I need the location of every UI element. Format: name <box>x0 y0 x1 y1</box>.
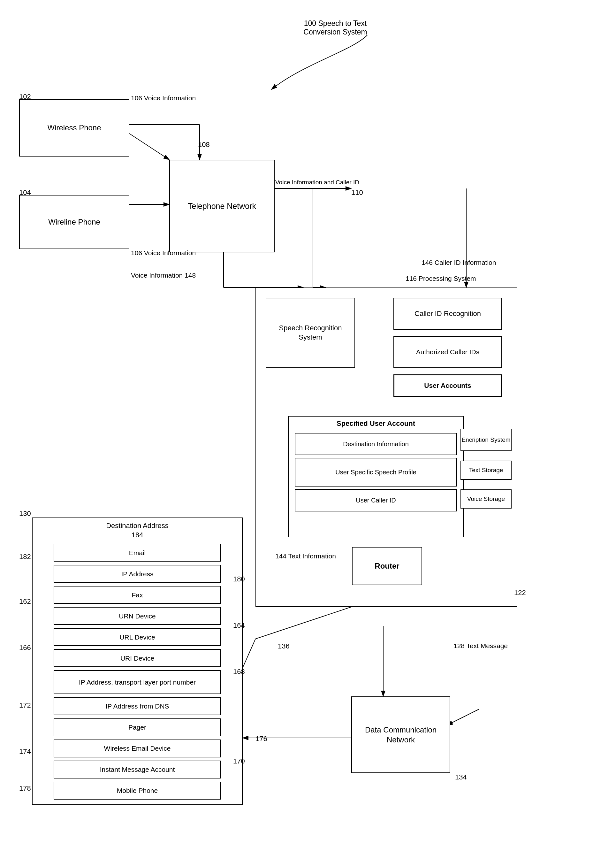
specified-user-account-label: Specified User Account <box>337 419 415 429</box>
specified-user-account-box: Specified User Account Destination Infor… <box>288 416 464 537</box>
email-label: Email <box>129 549 146 557</box>
encription-system-box: Encription System <box>460 429 512 451</box>
text-storage-label: Text Storage <box>469 466 503 474</box>
caller-id-recognition-box: Caller ID Recognition <box>394 298 502 330</box>
wireline-phone-box: Wireline Phone <box>19 195 129 249</box>
svg-line-18 <box>255 607 351 639</box>
wireless-email-box: Wireless Email Device <box>54 740 221 758</box>
speech-recognition-label: Speech Recognition System <box>266 323 355 342</box>
label-170: 170 <box>233 757 245 765</box>
uri-device-box: URI Device <box>54 649 221 667</box>
label-108: 108 <box>198 141 210 149</box>
voice-storage-box: Voice Storage <box>460 489 512 508</box>
instant-message-box: Instant Message Account <box>54 761 221 779</box>
telephone-network-box: Telephone Network <box>169 160 275 253</box>
authorized-caller-ids-box: Authorized Caller IDs <box>394 336 502 368</box>
text-storage-box: Text Storage <box>460 461 512 480</box>
label-116: 116 Processing System <box>406 275 476 283</box>
wireless-email-label: Wireless Email Device <box>104 744 171 753</box>
user-speech-label: User Specific Speech Profile <box>335 468 416 476</box>
pager-label: Pager <box>128 723 146 732</box>
authorized-caller-ids-label: Authorized Caller IDs <box>416 347 479 356</box>
speech-recognition-box: Speech Recognition System <box>266 298 355 368</box>
label-146: 146 Caller ID Information <box>422 259 496 266</box>
email-box: Email <box>54 544 221 562</box>
user-caller-id-label: User Caller ID <box>356 496 396 504</box>
label-162: 162 <box>19 597 31 606</box>
pager-box: Pager <box>54 719 221 736</box>
user-accounts-label: User Accounts <box>424 381 471 390</box>
urn-device-box: URN Device <box>54 607 221 625</box>
label-172: 172 <box>19 701 31 710</box>
mobile-phone-label: Mobile Phone <box>117 786 158 795</box>
ip-transport-label: IP Address, transport layer port number <box>79 678 196 687</box>
label-136: 136 <box>278 642 290 650</box>
data-comm-network-box: Data Communication Network <box>351 696 450 773</box>
label-174: 174 <box>19 747 31 756</box>
uri-device-label: URI Device <box>120 654 154 663</box>
label-178: 178 <box>19 784 31 792</box>
fax-box: Fax <box>54 586 221 604</box>
ip-dns-label: IP Address from DNS <box>105 702 169 710</box>
label-106b: 106 Voice Information <box>131 249 196 257</box>
user-specific-speech-box: User Specific Speech Profile <box>295 458 457 487</box>
label-110: 110 <box>351 188 363 197</box>
ip-address-label: IP Address <box>121 570 153 578</box>
label-164: 164 <box>233 621 245 630</box>
voice-storage-label: Voice Storage <box>467 495 505 503</box>
processing-system-box: Speech Recognition System 122 Caller ID … <box>255 287 517 607</box>
label-176: 176 <box>255 735 267 743</box>
label-180: 180 <box>233 575 245 583</box>
wireless-phone-label: Wireless Phone <box>47 123 101 132</box>
user-caller-id-box: User Caller ID <box>295 489 457 511</box>
wireline-phone-label: Wireline Phone <box>48 217 100 227</box>
ip-transport-box: IP Address, transport layer port number <box>54 670 221 694</box>
label-128: 128 Text Message <box>454 642 508 650</box>
wireless-phone-box: Wireless Phone <box>19 99 129 156</box>
label-106a: 106 Voice Information <box>131 94 196 102</box>
instant-message-label: Instant Message Account <box>100 765 175 774</box>
encription-label: Encription System <box>461 436 510 444</box>
label-144: 144 Text Information <box>275 552 336 560</box>
router-label: Router <box>374 561 399 571</box>
destination-address-title: Destination Address184 <box>39 521 236 540</box>
mobile-phone-box: Mobile Phone <box>54 782 221 800</box>
label-168: 168 <box>233 668 245 676</box>
label-148: Voice Information 148 <box>131 272 196 279</box>
label-voice-caller: Voice Information and Caller ID <box>275 179 359 186</box>
ip-address-box: IP Address <box>54 565 221 583</box>
data-comm-label: Data Communication Network <box>352 725 450 744</box>
label-134: 134 <box>455 773 467 781</box>
caller-id-recognition-label: Caller ID Recognition <box>415 309 481 319</box>
router-box: Router <box>352 547 422 585</box>
telephone-network-label: Telephone Network <box>188 201 256 212</box>
label-122: 122 <box>514 588 526 598</box>
svg-line-17 <box>447 709 479 725</box>
label-166: 166 <box>19 644 31 652</box>
destination-information-box: Destination Information <box>295 433 457 455</box>
urn-device-label: URN Device <box>119 612 156 620</box>
fax-label: Fax <box>132 591 143 599</box>
label-130: 130 <box>19 510 31 518</box>
url-device-label: URL Device <box>119 633 155 642</box>
ip-dns-box: IP Address from DNS <box>54 697 221 715</box>
user-accounts-box: User Accounts <box>394 374 502 397</box>
svg-line-2 <box>129 134 169 160</box>
dest-info-label: Destination Information <box>343 440 409 448</box>
system-title-label: 100 Speech to Text Conversion System <box>287 19 383 36</box>
destination-address-box: Destination Address184 Email IP Address … <box>32 517 243 805</box>
diagram: 100 Speech to Text Conversion System 102… <box>0 0 616 851</box>
label-182: 182 <box>19 553 31 561</box>
url-device-box: URL Device <box>54 628 221 646</box>
